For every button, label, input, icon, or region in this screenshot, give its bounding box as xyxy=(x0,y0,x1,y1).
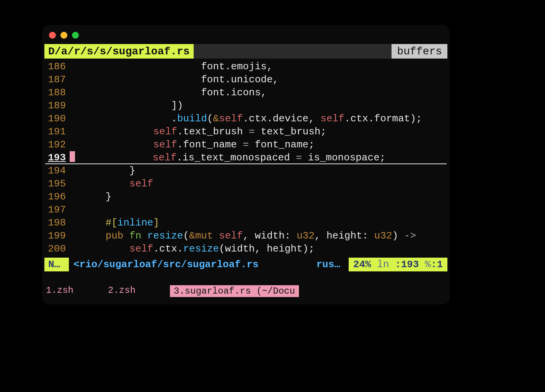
line-number: 197 xyxy=(45,203,70,216)
tab-3[interactable]: 3.sugarloaf.rs (~/Docu xyxy=(170,285,299,297)
code-content: } xyxy=(70,190,447,203)
traffic-lights xyxy=(42,25,450,44)
code-line[interactable]: 186 font.emojis, xyxy=(45,60,447,73)
line-number: 190 xyxy=(45,112,70,125)
tab-1[interactable]: 1.zsh xyxy=(46,285,73,297)
line-number: 198 xyxy=(45,216,70,229)
code-content: self.ctx.resize(width, height); xyxy=(70,242,447,255)
close-icon[interactable] xyxy=(49,32,56,39)
code-line[interactable]: 199 pub fn resize(&mut self, width: u32,… xyxy=(45,229,447,242)
status-path-text: <rio/sugarloaf/src/sugarloaf.rs xyxy=(73,259,259,270)
status-ln-value: :193 xyxy=(395,259,419,270)
tab-bar: 1.zsh2.zsh3.sugarloaf.rs (~/Docu xyxy=(42,271,450,297)
minimize-icon[interactable] xyxy=(60,32,67,39)
code-content: font.emojis, xyxy=(70,60,447,73)
terminal-window: D/a/r/s/s/sugarloaf.rs buffers 186 font.… xyxy=(42,25,450,304)
maximize-icon[interactable] xyxy=(72,32,79,39)
code-content: pub fn resize(&mut self, width: u32, hei… xyxy=(70,229,447,242)
line-number: 196 xyxy=(45,190,70,203)
tab-2[interactable]: 2.zsh xyxy=(108,285,135,297)
code-line[interactable]: 196 } xyxy=(45,190,447,203)
status-col-label: % xyxy=(425,259,431,270)
status-col-value: :1 xyxy=(431,259,443,270)
code-content: #[inline] xyxy=(70,216,447,229)
line-number: 186 xyxy=(45,60,70,73)
status-lang: rus… xyxy=(316,259,344,270)
file-path-badge: D/a/r/s/s/sugarloaf.rs xyxy=(44,44,194,59)
code-content xyxy=(70,203,447,216)
code-line[interactable]: 189 ]) xyxy=(45,99,447,112)
code-content: font.unicode, xyxy=(70,73,447,86)
code-line[interactable]: 193 self.is_text_monospaced = is_monospa… xyxy=(45,151,447,164)
code-line[interactable]: 192 self.font_name = font_name; xyxy=(45,138,447,151)
code-line[interactable]: 190 .build(&self.ctx.device, self.ctx.fo… xyxy=(45,112,447,125)
code-line[interactable]: 200 self.ctx.resize(width, height); xyxy=(45,242,447,255)
titlebar-spacer xyxy=(194,44,392,59)
buffers-button[interactable]: buffers xyxy=(392,44,447,59)
line-number: 199 xyxy=(45,229,70,242)
code-content: self.text_brush = text_brush; xyxy=(70,125,447,138)
line-number: 200 xyxy=(45,242,70,255)
line-number: 195 xyxy=(45,177,70,190)
code-content: self.font_name = font_name; xyxy=(70,138,447,151)
code-content: self xyxy=(70,177,447,190)
line-number: 187 xyxy=(45,73,70,86)
code-line[interactable]: 191 self.text_brush = text_brush; xyxy=(45,125,447,138)
status-position: 24% ln :193 % :1 xyxy=(349,258,447,271)
editor-titlebar: D/a/r/s/s/sugarloaf.rs buffers xyxy=(44,44,447,59)
code-line[interactable]: 198 #[inline] xyxy=(45,216,447,229)
code-content: } xyxy=(70,164,447,177)
status-percent: 24% xyxy=(353,259,371,270)
code-line[interactable]: 194 } xyxy=(45,164,447,177)
line-number: 192 xyxy=(45,138,70,151)
code-content: .build(&self.ctx.device, self.ctx.format… xyxy=(70,112,447,125)
code-line[interactable]: 197 xyxy=(45,203,447,216)
code-line[interactable]: 188 font.icons, xyxy=(45,86,447,99)
status-ln-label: ln xyxy=(377,259,389,270)
code-content: font.icons, xyxy=(70,86,447,99)
cursor-icon xyxy=(70,151,75,162)
code-line[interactable]: 187 font.unicode, xyxy=(45,73,447,86)
status-file-path: <rio/sugarloaf/src/sugarloaf.rs rus… xyxy=(69,258,349,271)
code-line[interactable]: 195 self xyxy=(45,177,447,190)
line-number: 188 xyxy=(45,86,70,99)
code-content: self.is_text_monospaced = is_monospace; xyxy=(70,151,447,164)
code-editor[interactable]: 186 font.emojis,187 font.unicode,188 fon… xyxy=(42,59,450,255)
statusbar: N… <rio/sugarloaf/src/sugarloaf.rs rus… … xyxy=(44,258,447,271)
line-number: 194 xyxy=(45,164,70,177)
line-number: 191 xyxy=(45,125,70,138)
line-number: 193 xyxy=(45,151,70,164)
line-number: 189 xyxy=(45,99,70,112)
mode-indicator: N… xyxy=(44,258,69,271)
code-content: ]) xyxy=(70,99,447,112)
